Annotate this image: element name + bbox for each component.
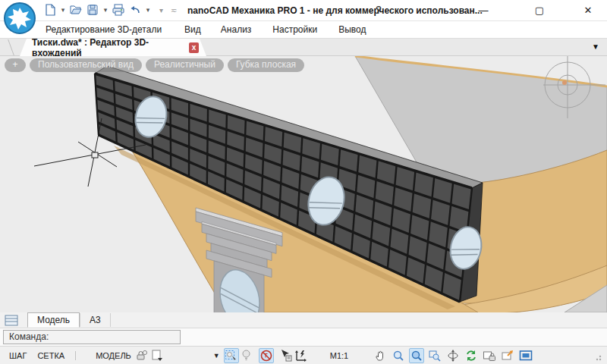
title-bar: ▾ ▾ ▾ ▾ ≂ nanoCAD Механика PRO 1 - не дл… xyxy=(0,0,607,21)
document-tab-strip: Тиски.dwa* : Редактор 3D-вхождений x ▼ xyxy=(0,39,607,56)
fullscreen-icon[interactable] xyxy=(518,348,533,363)
orbit-icon[interactable] xyxy=(445,348,461,363)
application-window: ▾ ▾ ▾ ▾ ≂ nanoCAD Механика PRO 1 - не дл… xyxy=(0,0,607,364)
document-tab-label: Тиски.dwa* : Редактор 3D-вхождений xyxy=(32,37,183,58)
menu-bar: Редактирование 3D-детали Вид Анализ Наст… xyxy=(0,21,607,39)
regen-icon[interactable] xyxy=(464,348,479,363)
menu-edit-3d-part[interactable]: Редактирование 3D-детали xyxy=(46,24,162,35)
open-icon[interactable] xyxy=(68,2,83,17)
tab-close-icon[interactable]: x xyxy=(189,42,199,53)
model-space-toggle[interactable]: МОДЕЛЬ xyxy=(96,351,131,360)
viewport-part-button[interactable]: Губка плоская xyxy=(228,58,304,72)
window-title: nanoCAD Механика PRO 1 - не для коммерче… xyxy=(187,5,483,16)
restore-viewport-icon[interactable] xyxy=(500,348,515,363)
viewport-add-button[interactable]: + xyxy=(5,58,26,72)
viewport-lock-icon[interactable] xyxy=(482,348,497,363)
selection-options-caret-icon[interactable]: ▼ xyxy=(213,352,220,359)
app-logo-icon[interactable] xyxy=(3,2,36,35)
zoom-window-icon[interactable] xyxy=(427,348,442,363)
help-button[interactable]: ? xyxy=(370,4,387,16)
close-button[interactable]: ✕ xyxy=(575,0,601,20)
model-viewport[interactable]: + Пользовательский вид Реалистичный Губк… xyxy=(0,56,607,312)
print-icon[interactable] xyxy=(111,2,126,17)
scale-indicator[interactable]: М1:1 xyxy=(330,351,348,360)
command-line-bar: Команда: xyxy=(0,328,607,346)
pan-icon[interactable] xyxy=(373,348,388,363)
toolbar-options-caret-icon[interactable]: ▾ xyxy=(159,6,163,14)
customize-qat-icon[interactable]: ≂ xyxy=(171,6,177,14)
dynamic-input-icon[interactable] xyxy=(294,348,309,363)
snap-toggle[interactable]: ШАГ xyxy=(9,351,27,360)
save-caret-icon[interactable]: ▾ xyxy=(102,6,109,14)
lightbulb-icon[interactable] xyxy=(239,348,254,363)
sheet-tab-a3[interactable]: A3 xyxy=(80,313,111,327)
undo-icon[interactable] xyxy=(127,2,143,17)
new-document-caret-icon[interactable]: ▾ xyxy=(59,6,67,14)
maximize-button[interactable]: ▢ xyxy=(527,0,552,20)
selection-highlight-icon[interactable] xyxy=(224,348,239,363)
minimize-button[interactable]: — xyxy=(470,0,496,20)
viewport-3d-scene[interactable] xyxy=(0,56,607,312)
menu-view[interactable]: Вид xyxy=(184,24,201,35)
viewport-toolbar: + Пользовательский вид Реалистичный Губк… xyxy=(5,58,304,72)
undo-caret-icon[interactable]: ▾ xyxy=(144,6,152,14)
save-icon[interactable] xyxy=(85,2,100,17)
sheet-tab-bar: Модель A3 xyxy=(0,312,607,328)
zoom-icon[interactable] xyxy=(391,348,406,363)
context-menu-cursor-icon[interactable] xyxy=(278,348,294,363)
resize-grip[interactable] xyxy=(589,348,604,363)
status-bar: ШАГ СЕТКА МОДЕЛЬ ▼ М1:1 xyxy=(0,346,607,364)
menu-settings[interactable]: Настройки xyxy=(272,24,317,35)
status-separator xyxy=(75,351,76,360)
annotation-lock-icon[interactable] xyxy=(134,348,149,363)
no-interaction-icon[interactable] xyxy=(259,348,274,363)
paper-page-icon[interactable] xyxy=(149,348,165,363)
tab-list-caret-icon[interactable]: ▼ xyxy=(592,42,599,51)
new-document-icon[interactable] xyxy=(42,2,58,17)
viewport-view-button[interactable]: Пользовательский вид xyxy=(30,58,142,72)
menu-analysis[interactable]: Анализ xyxy=(221,24,252,35)
orbit-pivot-dot xyxy=(562,80,567,85)
sheet-tab-model[interactable]: Модель xyxy=(27,312,80,328)
viewport-visual-style-button[interactable]: Реалистичный xyxy=(146,58,224,72)
menu-output[interactable]: Вывод xyxy=(338,24,366,35)
quick-access-toolbar: ▾ ▾ ▾ ▾ ≂ xyxy=(42,2,177,17)
sheet-list-icon[interactable] xyxy=(5,315,20,326)
command-input[interactable]: Команда: xyxy=(3,330,181,344)
document-tab[interactable]: Тиски.dwa* : Редактор 3D-вхождений x xyxy=(20,39,206,56)
zoom-realtime-icon[interactable] xyxy=(409,348,424,363)
grid-toggle[interactable]: СЕТКА xyxy=(37,351,64,360)
